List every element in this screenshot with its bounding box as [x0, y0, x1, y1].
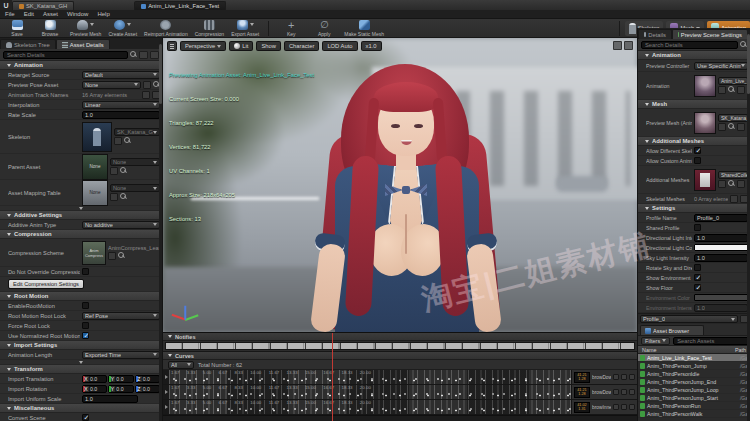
asset-mapping-thumbnail[interactable]: None [82, 180, 108, 206]
maximize-viewport-icon[interactable] [624, 41, 633, 50]
playback-speed-button[interactable]: x1.0 [361, 41, 382, 51]
reset-icon[interactable] [737, 86, 745, 94]
export-asset-button[interactable]: Export Asset [231, 20, 259, 37]
show-floor-checkbox[interactable] [694, 284, 701, 291]
profile-name-input[interactable]: Profile_0 [694, 214, 748, 222]
import-uniform-scale-input[interactable]: 1.0 [82, 395, 138, 403]
convert-scene-checkbox[interactable] [82, 414, 89, 421]
search-details-input[interactable] [641, 41, 738, 49]
perspective-button[interactable]: Perspective [180, 41, 226, 51]
lod-auto-button[interactable]: LOD Auto [322, 41, 357, 51]
tab-preview-scene-settings[interactable]: Preview Scene Settings [672, 29, 748, 39]
menu-asset[interactable]: Asset [43, 11, 58, 17]
directional-light-intensity-input[interactable]: 1.0 [694, 234, 748, 242]
shared-profile-checkbox[interactable] [694, 224, 701, 231]
section-import-settings[interactable]: Import Settings [0, 341, 162, 350]
compression-scheme-thumbnail[interactable]: Anim Compress [82, 241, 106, 265]
section-animation[interactable]: Animation [638, 51, 750, 60]
curve-edit-icon[interactable] [621, 389, 627, 395]
force-root-lock-checkbox[interactable] [82, 322, 89, 329]
preview-controller-combo[interactable]: Use Specific Animation [694, 62, 748, 70]
additive-type-combo[interactable]: No additive [82, 221, 160, 229]
curve-edit-icon[interactable] [621, 404, 627, 410]
search-details-input[interactable] [3, 51, 128, 59]
display-options-icon[interactable] [139, 51, 148, 59]
3d-viewport[interactable]: Perspective Lit Show Character LOD Auto … [163, 38, 637, 332]
curve-visibility-icon[interactable] [613, 389, 619, 395]
notify-ruler-band[interactable] [165, 342, 635, 350]
filters-button[interactable]: Filters [641, 337, 670, 345]
save-button[interactable]: Save [4, 20, 30, 37]
rotation-x-input[interactable]: X0.0 [82, 385, 107, 393]
menu-help[interactable]: Help [97, 11, 109, 17]
rotate-sky-checkbox[interactable] [694, 264, 701, 271]
add-element-icon[interactable] [730, 195, 738, 203]
curve-edit-icon[interactable] [621, 374, 627, 380]
section-transform[interactable]: Transform [0, 365, 162, 374]
reimport-animation-button[interactable]: Reimport Animation [144, 20, 188, 37]
browse-button[interactable]: Browse [37, 20, 63, 37]
asset-list-item[interactable]: Anim_ThirdPersonJump_End/Ga [638, 378, 750, 386]
compression-button[interactable]: Compression [195, 20, 224, 37]
asset-list-item[interactable]: Anim_ThirdPersonJump_Loop/Ga [638, 386, 750, 394]
viewport-options-icon[interactable] [167, 41, 177, 51]
skeleton-asset-field[interactable]: SK_Katana_GH_Skeleton [114, 128, 160, 136]
reset-icon[interactable] [737, 123, 745, 131]
section-compression[interactable]: Compression [0, 230, 162, 239]
camera-speed-icon[interactable] [613, 41, 622, 50]
asset-list-item[interactable]: Anim_ThirdPersonRun/Ga [638, 402, 750, 410]
rotation-z-input[interactable]: Z0.0 [135, 385, 160, 393]
apply-button[interactable]: ∅ Apply [311, 20, 337, 37]
use-selected-icon[interactable] [718, 123, 726, 131]
edit-compression-settings-button[interactable]: Edit Compression Settings [8, 279, 84, 289]
left-panel-scrollbar[interactable] [159, 38, 162, 421]
show-environment-checkbox[interactable] [694, 274, 701, 281]
section-mesh[interactable]: Mesh [638, 100, 750, 109]
asset-list-item[interactable]: Anim_ThirdPerson_Jump/Ga [638, 362, 750, 370]
parent-asset-thumbnail[interactable]: None [82, 154, 108, 180]
tab-asset-browser[interactable]: Asset Browser [640, 325, 704, 335]
menu-edit[interactable]: Edit [24, 11, 34, 17]
expand-icon[interactable] [142, 91, 150, 99]
browse-to-asset-icon[interactable] [728, 180, 735, 187]
browse-to-asset-icon[interactable] [728, 123, 735, 130]
section-miscellaneous[interactable]: Miscellaneous [0, 404, 162, 413]
animation-asset-thumbnail[interactable] [694, 75, 716, 97]
use-selected-icon[interactable] [110, 193, 118, 201]
use-selected-icon[interactable] [718, 180, 726, 188]
curve-waveform[interactable]: 1.67 3.33 5.00 6.67 8.33 10.00 11.67 13.… [169, 400, 571, 414]
preview-mesh-thumbnail[interactable] [694, 112, 716, 134]
retarget-source-combo[interactable]: Default [82, 71, 160, 79]
curves-header[interactable]: Curves [163, 352, 637, 360]
animation-asset-field[interactable]: Anim_Live_Link_Fac [718, 77, 748, 85]
do-not-override-checkbox[interactable] [82, 268, 89, 275]
curve-visibility-icon[interactable] [613, 404, 619, 410]
additional-meshes-thumbnail[interactable] [694, 169, 716, 191]
window-tab-skeletal-mesh[interactable]: SK_Katana_GH [12, 1, 74, 10]
curve-waveform[interactable]: 1.67 3.33 5.00 6.67 8.33 10.00 11.67 13.… [169, 385, 571, 399]
create-asset-button[interactable]: Create Asset [108, 20, 137, 37]
section-root-motion[interactable]: Root Motion [0, 292, 162, 301]
preview-pose-combo[interactable]: None [82, 81, 141, 89]
interpolation-combo[interactable]: Linear [82, 101, 160, 109]
browse-to-asset-icon[interactable] [118, 252, 125, 259]
section-settings[interactable]: Settings [638, 204, 750, 213]
browse-to-asset-icon[interactable] [728, 86, 735, 93]
use-selected-icon[interactable] [143, 81, 151, 89]
asset-mapping-field[interactable]: None [110, 184, 160, 192]
curve-options-icon[interactable] [629, 404, 635, 410]
curve-options-icon[interactable] [629, 389, 635, 395]
allow-different-skeletons-checkbox[interactable] [694, 147, 701, 154]
lit-mode-button[interactable]: Lit [229, 41, 253, 51]
parent-asset-field[interactable]: None [110, 158, 160, 166]
playhead[interactable] [332, 333, 333, 421]
use-selected-icon[interactable] [114, 137, 122, 145]
asset-list-item[interactable]: Anim_ThirdPersonJump_Start/Ga [638, 394, 750, 402]
translation-z-input[interactable]: Z0.0 [135, 375, 160, 383]
notifies-track[interactable] [163, 341, 637, 352]
rotation-y-input[interactable]: Y0.0 [108, 385, 133, 393]
use-selected-icon[interactable] [110, 167, 118, 175]
browse-to-asset-icon[interactable] [124, 137, 131, 144]
asset-list-item[interactable]: Anim_ThirdPersonIdle/Ga [638, 370, 750, 378]
show-menu-button[interactable]: Show [256, 41, 281, 51]
